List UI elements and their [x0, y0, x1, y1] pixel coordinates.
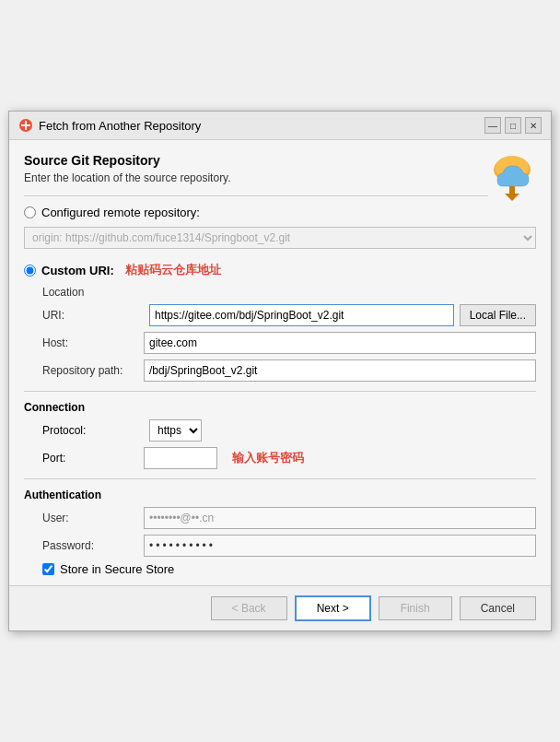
password-row: Password: [24, 535, 536, 557]
repo-path-label: Repository path: [42, 364, 144, 377]
custom-uri-label[interactable]: Custom URI: [41, 264, 114, 277]
back-button[interactable]: < Back [211, 596, 287, 620]
local-file-button[interactable]: Local File... [460, 304, 536, 326]
uri-label: URI: [42, 309, 144, 322]
user-label: User: [42, 512, 144, 524]
repo-path-row: Repository path: [24, 359, 536, 382]
store-checkbox-row: Store in Secure Store [24, 562, 536, 576]
password-input[interactable] [144, 535, 536, 557]
finish-button[interactable]: Finish [379, 596, 452, 620]
custom-uri-label-row: Custom URI: 粘贴码云仓库地址 [24, 262, 536, 278]
port-label: Port: [42, 452, 144, 465]
auth-divider [24, 478, 536, 479]
password-label: Password: [42, 539, 144, 552]
dialog-footer: < Back Next > Finish Cancel [9, 585, 551, 630]
dialog-title: Fetch from Another Repository [39, 119, 201, 133]
port-row: Port: 输入账号密码 [24, 447, 536, 469]
title-bar-controls[interactable]: — □ ✕ [484, 117, 542, 134]
section-header: Source Git Repository [24, 153, 536, 168]
host-input[interactable] [144, 332, 536, 354]
git-icon [18, 118, 33, 133]
repo-path-input[interactable] [144, 359, 536, 382]
cancel-button[interactable]: Cancel [460, 596, 536, 620]
connection-divider [24, 391, 536, 392]
user-row: User: [24, 507, 536, 529]
uri-row: URI: Local File... [24, 304, 536, 326]
header-divider [24, 195, 488, 196]
protocol-select[interactable]: https http git ssh [149, 419, 202, 442]
user-input[interactable] [144, 507, 536, 529]
title-bar-left: Fetch from Another Repository [18, 118, 201, 133]
configured-remote-row: Configured remote repository: [24, 206, 488, 219]
configured-remote-select[interactable]: origin: https://github.com/fuce1314/Spri… [24, 227, 536, 249]
custom-uri-section: Custom URI: 粘贴码云仓库地址 Location URI: Local… [24, 262, 536, 382]
port-input[interactable] [144, 447, 217, 469]
store-checkbox[interactable] [42, 563, 54, 575]
configured-remote-radio[interactable] [24, 206, 36, 218]
protocol-row: Protocol: https http git ssh [24, 419, 536, 442]
title-bar: Fetch from Another Repository — □ ✕ [9, 112, 551, 140]
auth-title: Authentication [24, 489, 536, 501]
store-label[interactable]: Store in Secure Store [60, 562, 174, 576]
fetch-dialog: Fetch from Another Repository — □ ✕ Sour… [8, 111, 552, 631]
maximize-button[interactable]: □ [505, 117, 521, 134]
location-label: Location [42, 286, 144, 299]
protocol-label: Protocol: [42, 424, 144, 437]
dialog-body: Source Git Repository Enter the location… [9, 140, 551, 585]
uri-input[interactable] [149, 304, 454, 326]
custom-uri-radio[interactable] [24, 265, 36, 277]
connection-section: Connection Protocol: https http git ssh … [24, 401, 536, 469]
next-button[interactable]: Next > [295, 595, 371, 621]
location-row: Location [24, 286, 536, 299]
svg-marker-4 [505, 194, 519, 201]
minimize-button[interactable]: — [484, 117, 501, 134]
host-row: Host: [24, 332, 536, 354]
close-button[interactable]: ✕ [525, 117, 542, 134]
annotation-auth: 输入账号密码 [232, 450, 304, 466]
connection-title: Connection [24, 401, 536, 414]
cloud-download-icon [488, 153, 536, 205]
auth-section: Authentication User: Password: Store in … [24, 489, 536, 576]
host-label: Host: [42, 336, 144, 349]
annotation-paste: 粘贴码云仓库地址 [125, 262, 221, 278]
configured-remote-label[interactable]: Configured remote repository: [41, 206, 200, 219]
section-desc: Enter the location of the source reposit… [24, 171, 536, 184]
cloud-icon-area [488, 153, 536, 207]
